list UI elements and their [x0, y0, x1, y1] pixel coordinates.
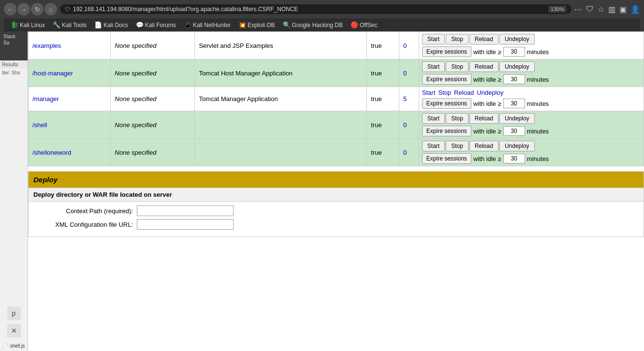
sessions-cell: 0 — [399, 59, 419, 87]
idle-label: with idle ≥ — [473, 48, 501, 56]
applications-table: /examples None specified Servlet and JSP… — [28, 31, 644, 166]
app-link-manager[interactable]: /manager — [32, 95, 59, 102]
expire-sessions-button-examples[interactable]: Expire sessions — [422, 46, 471, 57]
home-button[interactable]: ⌂ — [44, 3, 57, 15]
idle-label: with idle ≥ — [473, 128, 501, 135]
bookmark-kali-docs[interactable]: 📄 Kali Docs — [91, 20, 131, 29]
sidebar-tab-sa[interactable]: Sa — [2, 40, 11, 46]
reload-button-shell[interactable]: Reload — [469, 113, 498, 124]
display-name-cell: Tomcat Host Manager Application — [195, 59, 367, 87]
xml-config-input[interactable] — [137, 219, 234, 230]
display-name-text: Servlet and JSP Examples — [199, 42, 273, 49]
reload-link-manager[interactable]: Reload — [454, 89, 474, 96]
undeploy-button-host-manager[interactable]: Undeploy — [499, 61, 535, 72]
sessions-link[interactable]: 0 — [403, 42, 407, 49]
version-text: None specified — [115, 70, 156, 77]
bookmark-kali-nethunter-label: Kali NetHunter — [193, 22, 231, 29]
exploit-db-icon: 💥 — [238, 21, 246, 29]
reload-button-examples[interactable]: Reload — [469, 34, 498, 44]
nav-buttons: ← → ↻ ⌂ — [4, 3, 57, 15]
app-link-shelloneword[interactable]: /shelloneword — [32, 149, 71, 156]
actions-cell: Start Stop Reload Undeploy Expire sessio… — [419, 139, 644, 166]
running-cell: true — [367, 87, 399, 111]
reload-button-shelloneword[interactable]: Reload — [469, 141, 498, 151]
app-link-host-manager[interactable]: /host-manager — [32, 70, 73, 77]
context-path-label: Context Path (required): — [36, 207, 133, 215]
deploy-section: Deploy Deploy directory or WAR file loca… — [28, 171, 644, 237]
browser-toolbar: ← → ↻ ⌂ 🛡 192.168.141.194:8080/manager/h… — [4, 3, 640, 18]
deploy-header: Deploy — [29, 172, 644, 188]
back-button[interactable]: ← — [4, 3, 16, 15]
reload-button[interactable]: ↻ — [31, 3, 44, 15]
stop-button-shelloneword[interactable]: Stop — [446, 141, 468, 151]
app-link-shell[interactable]: /shell — [32, 121, 47, 129]
sidebar-results: Results — [0, 60, 28, 69]
undeploy-button-examples[interactable]: Undeploy — [499, 34, 535, 44]
sessions-link[interactable]: 0 — [403, 121, 407, 129]
sidebar-toggle-icon[interactable]: ▥ — [608, 5, 615, 14]
idle-input-host-manager[interactable] — [503, 74, 525, 84]
bookmark-offsec[interactable]: 🔴 OffSec — [348, 20, 380, 29]
version-text: None specified — [115, 149, 156, 156]
bookmark-kali-nethunter[interactable]: 📱 Kali NetHunter — [181, 20, 234, 29]
pip-icon[interactable]: ▣ — [619, 5, 627, 14]
undeploy-button-shelloneword[interactable]: Undeploy — [499, 141, 535, 151]
expire-sessions-button-shell[interactable]: Expire sessions — [422, 126, 471, 136]
start-button-host-manager[interactable]: Start — [422, 61, 445, 72]
start-link-manager[interactable]: Start — [422, 89, 435, 96]
browser-menu-icons: ⋯ 🛡 ☆ ▥ ▣ 👤 — [574, 5, 640, 14]
bookmark-kali-tools[interactable]: 🔧 Kali Tools — [50, 20, 89, 29]
sidebar-icon-close[interactable]: ✕ — [7, 324, 21, 337]
undeploy-button-shell[interactable]: Undeploy — [499, 113, 535, 124]
profile-icon[interactable]: 👤 — [630, 5, 640, 14]
start-button-shelloneword[interactable]: Start — [422, 141, 445, 151]
idle-input-shelloneword[interactable] — [503, 154, 525, 163]
start-button-shell[interactable]: Start — [422, 113, 445, 124]
kali-tools-icon: 🔧 — [53, 21, 60, 29]
table-row: /examples None specified Servlet and JSP… — [29, 32, 644, 59]
bookmark-star-icon[interactable]: ☆ — [598, 5, 604, 14]
address-bar[interactable]: 🛡 192.168.141.194:8080/manager/html/uplo… — [60, 4, 571, 14]
sessions-link[interactable]: 0 — [403, 70, 407, 77]
bookmark-google-hacking[interactable]: 🔍 Google Hacking DB — [280, 20, 346, 29]
running-cell: true — [367, 111, 399, 139]
bookmark-kali-linux[interactable]: 🐉 Kali Linux — [8, 20, 48, 29]
bookmark-kali-tools-label: Kali Tools — [62, 22, 87, 29]
extensions-icon[interactable]: ⋯ — [574, 5, 582, 14]
idle-input-examples[interactable] — [503, 47, 525, 57]
idle-input-manager[interactable] — [503, 99, 525, 108]
actions-cell: Start Stop Reload Undeploy Expire sessio… — [419, 32, 644, 59]
bookmark-exploit-db[interactable]: 💥 Exploit-DB — [235, 20, 278, 29]
minutes-label: minutes — [527, 155, 549, 162]
version-text: None specified — [115, 42, 156, 49]
stop-button-host-manager[interactable]: Stop — [446, 61, 468, 72]
context-path-input[interactable] — [137, 205, 234, 216]
path-cell: /shelloneword — [29, 139, 111, 166]
shield-icon[interactable]: 🛡 — [586, 5, 594, 14]
action-buttons: Start Stop Reload Undeploy — [422, 113, 641, 124]
sessions-cell: 0 — [399, 139, 419, 166]
sidebar-icon-p[interactable]: p — [7, 307, 21, 320]
bookmark-kali-docs-label: Kali Docs — [103, 22, 128, 29]
start-button-examples[interactable]: Start — [422, 34, 445, 44]
expire-sessions-button-host-manager[interactable]: Expire sessions — [422, 74, 471, 85]
idle-input-shell[interactable] — [503, 126, 525, 136]
expire-sessions-button-shelloneword[interactable]: Expire sessions — [422, 153, 471, 164]
action-buttons: Start Stop Reload Undeploy — [422, 61, 641, 72]
bookmark-kali-forums[interactable]: 💬 Kali Forums — [133, 20, 179, 29]
forward-button[interactable]: → — [17, 3, 30, 15]
reload-button-host-manager[interactable]: Reload — [469, 61, 498, 72]
undeploy-link-manager[interactable]: Undeploy — [477, 89, 503, 96]
stop-button-shell[interactable]: Stop — [446, 113, 468, 124]
stop-button-examples[interactable]: Stop — [446, 34, 468, 44]
sidebar-file-item[interactable]: 📄 shell.js — [1, 341, 27, 351]
sessions-link[interactable]: 5 — [403, 95, 407, 102]
bookmark-kali-forums-label: Kali Forums — [145, 22, 176, 29]
app-link-examples[interactable]: /examples — [32, 42, 61, 49]
bookmark-offsec-label: OffSec — [360, 22, 377, 29]
sessions-link[interactable]: 0 — [403, 149, 407, 156]
sidebar-tab-stack[interactable]: Stack — [2, 33, 17, 40]
sessions-cell: 0 — [399, 111, 419, 139]
expire-sessions-button-manager[interactable]: Expire sessions — [422, 98, 471, 109]
stop-link-manager[interactable]: Stop — [438, 89, 451, 96]
